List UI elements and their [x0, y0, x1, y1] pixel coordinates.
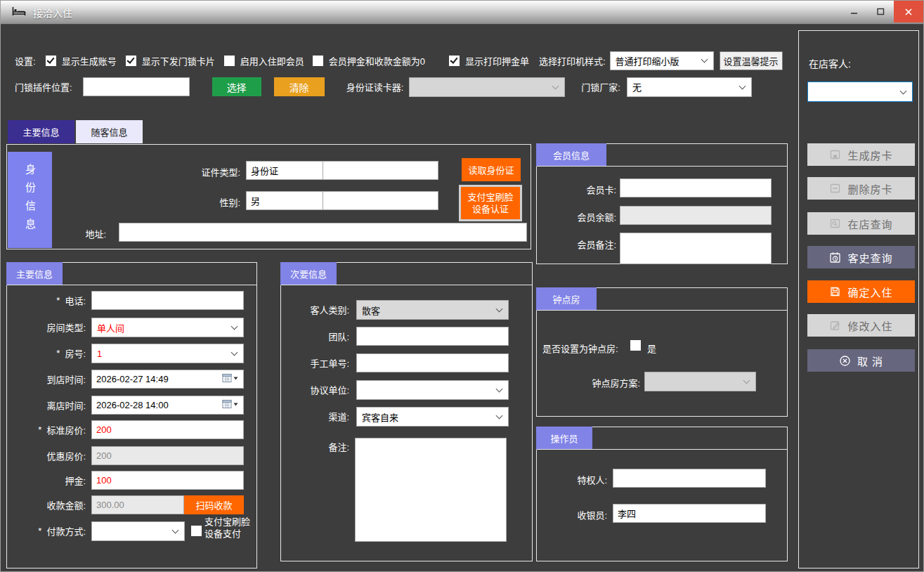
- chevron-down-icon: [701, 56, 708, 63]
- checkbox-icon[interactable]: [449, 56, 460, 66]
- hourly-yes-checkbox[interactable]: [630, 340, 641, 351]
- certno-input[interactable]: [323, 191, 438, 210]
- checkbox-print-deposit-slip[interactable]: 显示打印押金单: [449, 54, 529, 67]
- chevron-down-icon: [738, 82, 746, 89]
- agreement-unit-label: 协议单位:: [310, 383, 349, 396]
- pay-method-label: 付款方式:: [46, 524, 86, 538]
- privilege-input[interactable]: [613, 469, 766, 488]
- checkbox-show-issue-lock-card[interactable]: 显示下发门锁卡片: [126, 54, 215, 67]
- discount-price-input[interactable]: [91, 446, 244, 465]
- agreement-unit-select[interactable]: [356, 380, 509, 400]
- deposit-label: 押金:: [65, 474, 86, 487]
- window-controls: [840, 1, 923, 22]
- maximize-button[interactable]: [867, 1, 894, 22]
- chevron-down-icon: [172, 527, 179, 534]
- id-reader-label: 身份证读卡器:: [346, 80, 404, 93]
- standard-price-input[interactable]: [91, 420, 244, 439]
- read-id-card-button[interactable]: 读取身份证: [462, 158, 521, 181]
- name-input[interactable]: [323, 161, 438, 180]
- checkbox-enable-member-on-checkin[interactable]: 启用入住即会员: [224, 54, 304, 67]
- titlebar: 接洽入住: [1, 1, 923, 25]
- chevron-down-icon: [496, 386, 503, 393]
- member-remark-textarea[interactable]: [620, 233, 772, 264]
- in-store-search-button[interactable]: 在店查询: [807, 212, 915, 235]
- address-input[interactable]: [119, 223, 527, 242]
- manual-no-label: 手工单号:: [310, 356, 349, 370]
- in-store-guests-label: 在店客人:: [809, 56, 851, 70]
- room-no-label: 房号:: [65, 346, 86, 360]
- in-store-guests-select[interactable]: [807, 82, 913, 102]
- checkbox-icon[interactable]: [126, 56, 136, 66]
- alipay-face-auth-button[interactable]: 支付宝刷脸 设备认证: [459, 185, 522, 221]
- calendar-dropdown-icon[interactable]: [222, 373, 239, 385]
- checkbox-show-generated-account[interactable]: 显示生成账号: [46, 54, 117, 67]
- lock-plugin-input[interactable]: [83, 77, 190, 96]
- room-type-select[interactable]: 单人间: [91, 318, 244, 337]
- room-no-select[interactable]: 1: [91, 344, 244, 363]
- room-type-label: 房间类型:: [46, 320, 86, 334]
- choose-button[interactable]: 选择: [212, 77, 261, 96]
- remark-textarea[interactable]: [355, 438, 507, 542]
- secondary-panel-title: 次要信息: [280, 262, 337, 285]
- checkbox-icon[interactable]: [313, 56, 323, 66]
- guest-type-label: 客人类别:: [310, 303, 349, 316]
- cancel-icon: [839, 355, 851, 367]
- guest-history-button[interactable]: 客史查询: [807, 246, 915, 268]
- address-label: 地址:: [74, 227, 106, 240]
- operator-panel-title: 操作员: [536, 427, 592, 450]
- face-pay-checkbox[interactable]: [191, 526, 202, 536]
- lock-vendor-label: 门锁厂家:: [581, 80, 620, 93]
- maximize-icon: [877, 8, 885, 15]
- checkin-time-picker[interactable]: 2026-02-27 14:49: [91, 370, 244, 389]
- hourly-plan-select[interactable]: [644, 372, 756, 391]
- hourly-room-panel: 钟点房 是否设置为钟点房: 是 钟点房方案:: [536, 287, 788, 417]
- edit-checkin-icon: [829, 320, 841, 331]
- clear-button[interactable]: 清除: [274, 77, 325, 96]
- cashier-label: 收银员:: [551, 508, 607, 521]
- member-balance-label: 会员余额:: [551, 210, 616, 223]
- channel-select[interactable]: 宾客自来: [356, 407, 509, 427]
- phone-label: 电话:: [65, 294, 86, 307]
- tab-companion-info[interactable]: 随客信息: [76, 120, 143, 143]
- create-room-card-button[interactable]: 生成房卡: [807, 143, 915, 166]
- amount-input[interactable]: [91, 495, 184, 514]
- lock-vendor-select[interactable]: 无: [627, 77, 752, 97]
- pay-method-select[interactable]: [91, 521, 185, 541]
- deposit-input[interactable]: [91, 471, 244, 490]
- checkout-time-picker[interactable]: 2026-02-28 14:00: [91, 396, 244, 415]
- id-reader-select[interactable]: [409, 77, 565, 97]
- settings-row-2: 门锁插件位置: 选择 清除 身份证读卡器: 门锁厂家: 无: [15, 77, 752, 97]
- printer-style-label: 选择打印机样式:: [539, 54, 606, 67]
- member-card-input[interactable]: [620, 178, 772, 197]
- cert-type-label: 证件类型:: [176, 165, 240, 178]
- cancel-button[interactable]: 取 消: [807, 349, 915, 372]
- checkin-window: 接洽入住 设置: 显示生成账号 显示下发门锁卡片 启用入住即会员: [0, 0, 924, 572]
- close-icon: [904, 8, 913, 16]
- phone-input[interactable]: [91, 291, 244, 310]
- close-button[interactable]: [894, 1, 923, 22]
- checkbox-icon[interactable]: [224, 56, 235, 66]
- modify-checkin-button[interactable]: 修改入住: [807, 314, 915, 337]
- member-balance-input[interactable]: [620, 206, 772, 225]
- warm-tip-button[interactable]: 设置温馨提示: [720, 51, 783, 70]
- delete-room-card-button[interactable]: 删除房卡: [807, 177, 915, 200]
- scan-pay-button[interactable]: 扫码收款: [184, 495, 244, 514]
- manual-no-input[interactable]: [356, 353, 509, 372]
- main-info-panel-title: 主要信息: [6, 262, 63, 285]
- calendar-dropdown-icon[interactable]: [222, 399, 239, 411]
- minimize-button[interactable]: [840, 1, 867, 22]
- name-required-star: *: [253, 165, 256, 176]
- face-pay-label: 支付宝刷脸 设备支付: [204, 516, 250, 540]
- settings-label: 设置:: [15, 54, 36, 67]
- team-label: 团队:: [328, 330, 349, 343]
- checkbox-icon[interactable]: [46, 56, 56, 66]
- checkbox-zero-deposit-amount[interactable]: 会员押金和收款金额为0: [313, 54, 425, 67]
- tab-main-info[interactable]: 主要信息: [8, 120, 74, 143]
- confirm-checkin-button[interactable]: 确定入住: [807, 280, 915, 303]
- identity-side-label: 身份信息: [8, 152, 52, 248]
- guest-type-select[interactable]: 散客: [356, 300, 509, 320]
- gender-label: 性别:: [176, 195, 240, 209]
- printer-style-select[interactable]: 普通打印缩小版: [610, 51, 714, 70]
- team-input[interactable]: [356, 327, 509, 346]
- cashier-input[interactable]: [613, 504, 766, 523]
